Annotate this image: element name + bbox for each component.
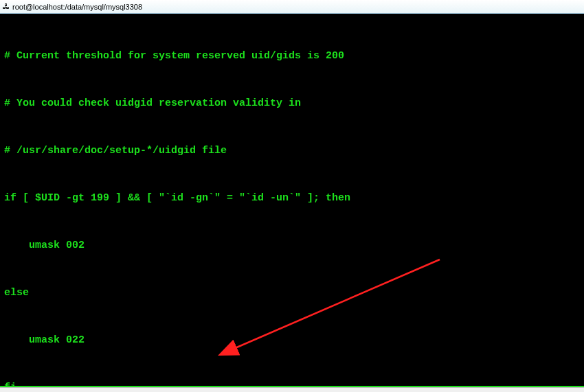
terminal-line: else [4,285,580,301]
window-title-text: root@localhost:/data/mysql/mysql3308 [12,3,142,11]
horizontal-scrollbar[interactable] [0,386,584,387]
window-bottom-chrome [0,387,584,392]
terminal-line: if [ $UID -gt 199 ] && [ "`id -gn`" = "`… [4,190,580,206]
terminal-line: # Current threshold for system reserved … [4,48,580,64]
terminal-line: umask 022 [4,332,580,348]
terminal-line: umask 002 [4,238,580,253]
window-title-bar: 🖧 root@localhost:/data/mysql/mysql3308 [0,0,584,14]
terminal-line: # You could check uidgid reservation val… [4,95,580,111]
terminal-icon: 🖧 [3,3,10,10]
terminal-output[interactable]: # Current threshold for system reserved … [0,14,584,387]
terminal-line: # /usr/share/doc/setup-*/uidgid file [4,143,580,159]
